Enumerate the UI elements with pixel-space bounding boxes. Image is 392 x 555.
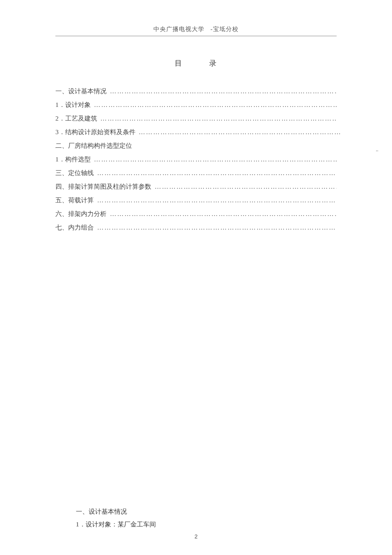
toc-entry: 三、定位轴线…………………………………………………………………………………………… (55, 168, 337, 178)
blank-space (55, 233, 337, 505)
toc-dots: …………………………………………………………………………………………………………… (97, 222, 337, 233)
toc-label: 1．设计对象 (55, 100, 91, 110)
toc-entry: 一、设计基本情况……………………………………………………………………………………… (55, 86, 337, 96)
page-header: 中央广播电视大学 -宝坻分校 (55, 26, 337, 33)
toc-title: 目 录 (55, 58, 337, 68)
toc-label: 七、内力组合 (55, 222, 94, 233)
toc-label: 四、排架计算简图及柱的计算参数 (55, 181, 151, 192)
toc-dots: …………………………………………………………………………………………………………… (97, 195, 337, 205)
toc-label: 三、定位轴线 (55, 168, 94, 178)
toc-dots: …………………………………………………………………………………………………………… (97, 168, 337, 178)
toc-entry: 3．结构设计原始资料及条件………………………………………………………………………… (55, 127, 337, 137)
toc-dots: ………………………………………………………………………… (139, 127, 342, 137)
toc-dots: …………………………………………………………………………………………………………… (94, 154, 337, 164)
toc-entry: 六、排架内力分析……………………………………………………………………………………… (55, 209, 337, 219)
header-underline (55, 36, 337, 36)
toc-dots: …………………………………………………………………………………………………………… (155, 181, 337, 192)
toc-entry: 2．工艺及建筑………………………………………………………………………………………… (55, 113, 337, 124)
content-line: 1．设计对象：某厂金工车间 (76, 518, 337, 531)
document-page: 中央广播电视大学 -宝坻分校 目 录 一、设计基本情况…………………………………… (0, 0, 392, 555)
content-heading: 一、设计基本情况 (76, 505, 337, 518)
toc-label: 1．构件选型 (55, 154, 91, 164)
toc-dots: …………………………………………………………………………………………………………… (101, 113, 337, 124)
toc-label: 2．工艺及建筑 (55, 113, 97, 124)
page-number: 2 (0, 533, 392, 540)
toc-entry: 1．构件选型…………………………………………………………………………………………… (55, 154, 337, 164)
toc-dots: …………………………………………………………………………………………………………… (110, 86, 337, 96)
toc-entry: 五、荷载计算…………………………………………………………………………………………… (55, 195, 337, 205)
toc-entry: 二、厂房结构构件选型定位…………………………………………………………………………… (55, 141, 337, 151)
toc-label: 五、荷载计算 (55, 195, 94, 205)
toc-label: 二、厂房结构构件选型定位 (55, 141, 132, 151)
content-section: 一、设计基本情况 1．设计对象：某厂金工车间 (55, 505, 337, 531)
toc-label: 一、设计基本情况 (55, 86, 107, 96)
toc-entry: 四、排架计算简图及柱的计算参数…………………………………………………………………… (55, 181, 337, 192)
toc-list: 一、设计基本情况……………………………………………………………………………………… (55, 86, 337, 233)
toc-entry: 1．设计对象…………………………………………………………………………………………… (55, 100, 337, 110)
toc-dots: …………………………………………………………………………………………………………… (110, 209, 337, 219)
toc-label: 3．结构设计原始资料及条件 (55, 127, 135, 137)
toc-dots: …………………………………………………………………………………………………………… (94, 100, 337, 110)
toc-label: 六、排架内力分析 (55, 209, 107, 219)
margin-dots: .. (376, 147, 378, 153)
toc-entry: 七、内力组合…………………………………………………………………………………………… (55, 222, 337, 233)
